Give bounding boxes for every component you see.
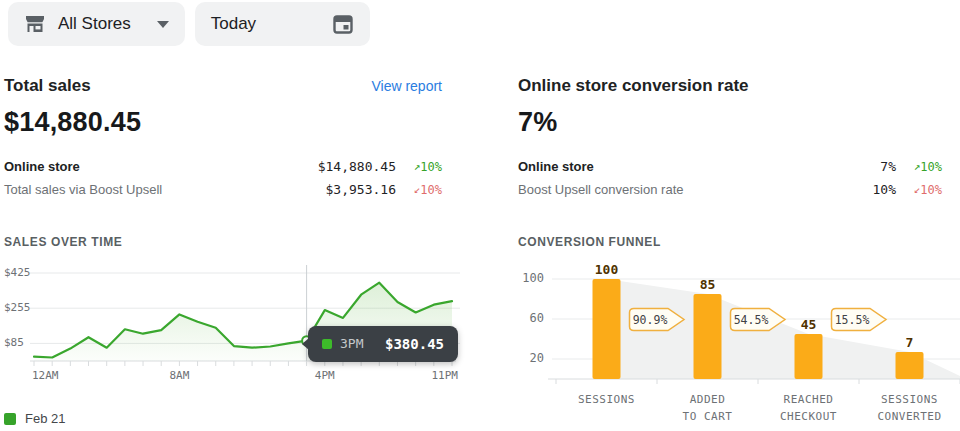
conversion-rate-badge: 54.5%	[729, 307, 787, 332]
series-swatch	[322, 339, 332, 349]
bar-value-label: 45	[789, 317, 829, 332]
metric-label: Online store	[518, 159, 880, 174]
metric-value: $3,953.16	[326, 182, 396, 197]
svg-text:90.9%: 90.9%	[633, 313, 668, 327]
metric-label: Boost Upsell conversion rate	[518, 182, 873, 197]
bar-value-label: 7	[890, 335, 930, 350]
total-sales-panel: Total sales View report $14,880.45 Onlin…	[4, 76, 460, 431]
delta-value: 10%	[920, 183, 942, 197]
sales-line-chart: 3PM $380.45 $85$255$42512AM8AM4PM11PM	[4, 261, 460, 397]
tooltip-time: 3PM	[340, 336, 363, 351]
funnel-category-label: ADDEDTO CART	[653, 391, 763, 425]
delta-value: 10%	[920, 160, 942, 174]
x-axis-label: 8AM	[157, 369, 201, 382]
arrow-up-icon: ↗	[414, 160, 421, 173]
calendar-icon	[332, 13, 354, 35]
funnel-category-label: SESSIONS	[552, 391, 662, 408]
funnel-category-label: REACHEDCHECKOUT	[754, 391, 864, 425]
total-sales-value: $14,880.45	[4, 107, 460, 138]
metric-label: Online store	[4, 159, 318, 174]
svg-text:54.5%: 54.5%	[734, 313, 769, 327]
bar-value-label: 100	[587, 262, 627, 277]
chart-tooltip: 3PM $380.45	[308, 326, 458, 362]
delta-down-badge: ↙10%	[896, 183, 942, 197]
bar-value-label: 85	[688, 277, 728, 292]
tooltip-value: $380.45	[385, 336, 444, 352]
topbar: All Stores Today	[0, 0, 960, 46]
delta-value: 10%	[420, 183, 442, 197]
dashboard-main: Total sales View report $14,880.45 Onlin…	[0, 76, 960, 431]
y-axis-label: $425	[4, 266, 31, 279]
metric-value: 7%	[880, 159, 896, 174]
sales-legend: Feb 21	[4, 411, 460, 426]
sales-over-time-title: SALES OVER TIME	[4, 235, 460, 249]
x-axis-label: 4PM	[303, 369, 347, 382]
x-axis-label: 12AM	[32, 369, 76, 382]
metric-rows: Online store 7% ↗10% Boost Upsell conver…	[518, 155, 960, 201]
funnel-category-label: SESSIONSCONVERTED	[855, 391, 960, 425]
store-selector-button[interactable]: All Stores	[8, 2, 185, 46]
legend-swatch-green	[4, 413, 16, 425]
y-axis-label: $85	[4, 336, 24, 349]
conversion-rate-value: 7%	[518, 107, 960, 138]
chevron-down-icon	[157, 21, 169, 28]
view-report-link[interactable]: View report	[371, 78, 442, 94]
store-selector-label: All Stores	[58, 14, 131, 34]
y-axis-label: 60	[518, 311, 544, 325]
metric-rows: Online store $14,880.45 ↗10% Total sales…	[4, 155, 460, 201]
metric-row-boost-upsell: Total sales via Boost Upsell $3,953.16 ↙…	[4, 178, 442, 201]
date-selector-button[interactable]: Today	[195, 2, 370, 46]
metric-row-online-store: Online store $14,880.45 ↗10%	[4, 155, 442, 178]
delta-down-badge: ↙10%	[396, 183, 442, 197]
panel-title: Online store conversion rate	[518, 76, 749, 96]
arrow-up-icon: ↗	[914, 160, 921, 173]
delta-value: 10%	[420, 160, 442, 174]
delta-up-badge: ↗10%	[896, 160, 942, 174]
delta-up-badge: ↗10%	[396, 160, 442, 174]
legend-label: Feb 21	[25, 411, 65, 426]
metric-value: $14,880.45	[318, 159, 396, 174]
x-axis-label: 11PM	[416, 369, 458, 382]
conversion-rate-badge: 15.5%	[830, 307, 888, 332]
metric-label: Total sales via Boost Upsell	[4, 182, 326, 197]
panel-title: Total sales	[4, 76, 91, 96]
svg-text:15.5%: 15.5%	[835, 313, 870, 327]
y-axis-label: 20	[518, 351, 544, 365]
conversion-rate-panel: Online store conversion rate 7% Online s…	[518, 76, 960, 431]
store-icon	[24, 13, 46, 35]
date-selector-label: Today	[211, 14, 256, 34]
y-axis-label: $255	[4, 301, 31, 314]
y-axis-label: 100	[518, 271, 544, 285]
metric-row-online-store: Online store 7% ↗10%	[518, 155, 942, 178]
metric-value: 10%	[873, 182, 896, 197]
funnel-chart: 10060201008545790.9%54.5%15.5%SESSIONSAD…	[518, 257, 960, 429]
total-sales-header: Total sales View report	[4, 76, 460, 98]
conversion-rate-badge: 90.9%	[628, 307, 686, 332]
arrow-down-icon: ↙	[414, 183, 421, 196]
arrow-down-icon: ↙	[914, 183, 921, 196]
conversion-header: Online store conversion rate	[518, 76, 960, 98]
conversion-funnel-title: CONVERSION FUNNEL	[518, 235, 960, 249]
metric-row-boost-upsell: Boost Upsell conversion rate 10% ↙10%	[518, 178, 942, 201]
